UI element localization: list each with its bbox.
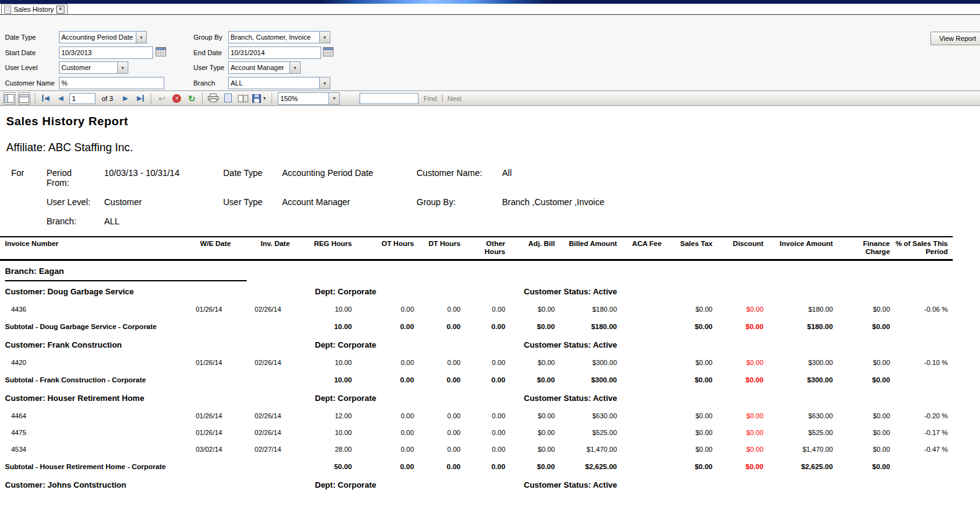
- print-icon[interactable]: [207, 92, 219, 105]
- user-level-label: User Level: [5, 64, 38, 71]
- chevron-down-icon[interactable]: ▼: [319, 32, 330, 43]
- tab-bar: Sales History ×: [0, 4, 980, 15]
- customer-header-row: Customer: Houser Retirement Home Dept: C…: [0, 388, 953, 407]
- end-date-calendar-icon[interactable]: [322, 46, 334, 58]
- col-adj-bill: Adj. Bill: [510, 237, 560, 260]
- subtotal-row: Subtotal - Frank Construction - Corporat…: [0, 370, 953, 388]
- cell-adj-bill: $0.00: [510, 423, 560, 440]
- group-by-select[interactable]: Branch, Customer, Invoice ▼: [228, 31, 330, 43]
- cell-sales-tax: $0.00: [666, 370, 717, 388]
- cell-billed: $525.00: [560, 423, 622, 440]
- cell-inv-date: 02/26/14: [236, 353, 294, 370]
- date-type-select[interactable]: Accounting Period Date ▼: [59, 31, 147, 43]
- last-page-icon[interactable]: ▶: [134, 92, 146, 105]
- cell-invoice: 4534: [0, 440, 180, 457]
- first-page-icon[interactable]: ◀: [40, 92, 52, 105]
- col-invoice-amount: Invoice Amount: [769, 237, 838, 260]
- customer-name: Customer: Doug Garbage Service: [5, 287, 134, 296]
- chevron-down-icon[interactable]: ▼: [136, 32, 146, 43]
- user-type-select[interactable]: Account Manager ▼: [228, 61, 301, 74]
- cell-other: 0.00: [466, 423, 510, 440]
- end-date-input[interactable]: [228, 46, 321, 59]
- cell-invoice-amount: $300.00: [769, 353, 838, 370]
- chevron-down-icon[interactable]: ▼: [319, 77, 330, 89]
- user-level-select[interactable]: Customer ▼: [59, 61, 128, 74]
- customer-dept: Dept: Corporate: [315, 340, 376, 350]
- page-number-input[interactable]: [69, 93, 95, 104]
- cell-pct: [895, 317, 953, 335]
- cell-invoice-amount: $2,625.00: [769, 457, 838, 475]
- cell-ot: 0.00: [357, 457, 419, 475]
- cell-discount: $0.00: [717, 440, 768, 457]
- cell-finance: $0.00: [838, 423, 895, 440]
- export-icon[interactable]: ▼: [252, 92, 267, 105]
- col-we-date: W/E Date: [180, 237, 236, 260]
- start-date-calendar-icon[interactable]: [155, 46, 167, 58]
- start-date-input[interactable]: [59, 46, 153, 59]
- customer-dept: Dept: Corporate: [315, 393, 376, 403]
- export-chevron-down-icon[interactable]: ▼: [262, 96, 267, 100]
- view-report-button[interactable]: View Report: [930, 32, 980, 45]
- cell-pct: -0.10 %: [895, 353, 953, 370]
- cell-we-date: 01/26/14: [180, 407, 236, 423]
- close-icon[interactable]: ×: [56, 6, 64, 14]
- customer-status: Customer Status: Active: [524, 480, 617, 490]
- back-icon[interactable]: ↩: [156, 92, 168, 105]
- col-pct-of-sales: % of Sales This Period: [895, 237, 953, 260]
- previous-page-icon[interactable]: ◀: [55, 92, 67, 105]
- cell-reg: 10.00: [295, 423, 357, 440]
- find-link[interactable]: Find: [423, 95, 436, 102]
- col-discount: Discount: [717, 237, 768, 260]
- customer-header-row: Customer: Johns Contstruction Dept: Corp…: [0, 475, 953, 493]
- group-by-label: Group By: [193, 33, 222, 41]
- cell-invoice-amount: $525.00: [769, 423, 838, 440]
- cell-inv-date: 02/26/14: [236, 423, 294, 440]
- cell-finance: $0.00: [838, 300, 895, 317]
- cell-finance: $0.00: [838, 457, 895, 475]
- customer-name-input[interactable]: [59, 77, 164, 89]
- cell-inv-date: 02/27/14: [236, 440, 294, 457]
- report-document-icon: [4, 6, 11, 14]
- chevron-down-icon[interactable]: ▼: [289, 62, 300, 73]
- cell-finance: $0.00: [838, 353, 895, 370]
- next-page-icon[interactable]: ▶: [119, 92, 131, 105]
- parameters-toggle-icon[interactable]: [18, 92, 30, 105]
- cell-other: 0.00: [466, 457, 510, 475]
- subtotal-row: Subtotal - Doug Garbage Service - Corpor…: [0, 317, 953, 335]
- cell-pct: -0.47 %: [895, 440, 953, 457]
- cell-adj-bill: $0.00: [510, 440, 560, 457]
- report-viewport[interactable]: Sales History Report Affiliate: ABC Staf…: [0, 115, 980, 493]
- cell-inv-date: 02/26/14: [236, 407, 294, 423]
- meta-for-label: For: [11, 168, 24, 178]
- zoom-select[interactable]: 150% ▼: [278, 92, 340, 105]
- refresh-icon[interactable]: ↻: [185, 92, 198, 105]
- cell-ot: 0.00: [357, 440, 419, 457]
- print-layout-icon[interactable]: [222, 92, 234, 105]
- find-input[interactable]: [360, 93, 418, 104]
- tab-sales-history[interactable]: Sales History ×: [1, 4, 68, 14]
- stop-icon[interactable]: ×: [170, 92, 183, 105]
- meta-user-type-label: User Type: [223, 197, 263, 207]
- find-next-link[interactable]: Next: [448, 95, 462, 102]
- chevron-down-icon[interactable]: ▼: [117, 62, 128, 73]
- user-type-value: Account Manager: [229, 62, 289, 73]
- col-sales-tax: Sales Tax: [666, 237, 717, 260]
- document-map-toggle-icon[interactable]: [3, 92, 15, 105]
- meta-customer-label: Customer Name:: [417, 168, 482, 178]
- chevron-down-icon[interactable]: ▼: [329, 93, 339, 104]
- filter-panel: Date Type Accounting Period Date ▼ Group…: [0, 15, 980, 90]
- cell-finance: $0.00: [838, 407, 895, 423]
- cell-aca: [622, 300, 666, 317]
- user-level-value: Customer: [60, 62, 117, 73]
- cell-discount: $0.00: [717, 423, 768, 440]
- cell-finance: $0.00: [838, 440, 895, 457]
- branch-select[interactable]: ALL ▼: [228, 77, 330, 89]
- date-type-value: Accounting Period Date: [60, 32, 136, 43]
- meta-branch-label: Branch:: [46, 216, 76, 226]
- cell-pct: -0.17 %: [895, 423, 953, 440]
- meta-period-label: Period From:: [46, 168, 86, 188]
- page-setup-icon[interactable]: [237, 92, 249, 105]
- invoice-row: 4420 01/26/14 02/26/14 10.00 0.00 0.00 0…: [0, 353, 953, 370]
- customer-dept: Dept: Corporate: [315, 287, 376, 296]
- cell-aca: [622, 317, 666, 335]
